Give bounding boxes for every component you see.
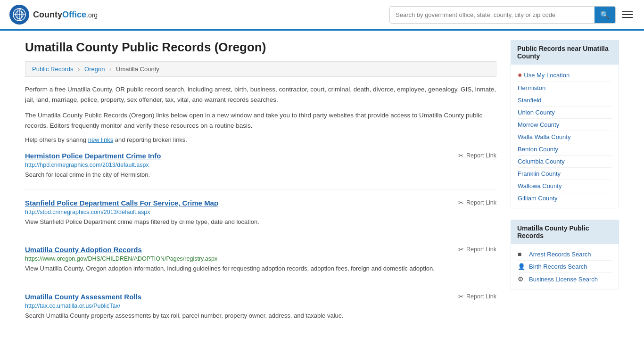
report-link-3[interactable]: ✂ Report Link xyxy=(458,293,496,300)
search-input[interactable] xyxy=(390,8,594,22)
search-button[interactable]: 🔍 xyxy=(594,7,615,23)
business-icon: ⚙ xyxy=(518,275,525,283)
sidebar-nearby-list: ● Use My Location Hermiston Stanfield Un… xyxy=(511,65,619,208)
sidebar-records-title: Umatilla County Public Records xyxy=(511,220,619,244)
logo-name: CountyOffice.org xyxy=(33,10,98,20)
breadcrumb-sep-1: › xyxy=(78,66,80,73)
sidebar-item-stanfield[interactable]: Stanfield xyxy=(518,94,612,107)
sidebar: Public Records near Umatilla County ● Us… xyxy=(511,40,619,339)
search-bar: 🔍 xyxy=(389,6,616,24)
record-title-0[interactable]: Hermiston Police Department Crime Info xyxy=(25,152,161,160)
business-license-link[interactable]: Business License Search xyxy=(529,276,598,283)
sidebar-item-union-county[interactable]: Union County xyxy=(518,107,612,119)
help-text: Help others by sharing new links and rep… xyxy=(25,136,496,143)
report-icon-1: ✂ xyxy=(458,199,464,206)
report-link-2[interactable]: ✂ Report Link xyxy=(458,246,496,253)
logo-icon xyxy=(9,5,29,25)
birth-icon: 👤 xyxy=(518,263,525,270)
breadcrumb-oregon[interactable]: Oregon xyxy=(84,66,105,73)
sidebar-records-list: ■ Arrest Records Search 👤 Birth Records … xyxy=(511,244,619,289)
report-icon-3: ✂ xyxy=(458,293,464,300)
breadcrumb-current: Umatilla County xyxy=(116,66,159,73)
report-icon-2: ✂ xyxy=(458,246,464,253)
description-1: Perform a free Umatilla County, OR publi… xyxy=(25,84,496,105)
sidebar-item-gilliam-county[interactable]: Gilliam County xyxy=(518,192,612,204)
record-item-2: Umatilla County Adoption Records ✂ Repor… xyxy=(25,246,496,283)
report-icon-0: ✂ xyxy=(458,152,464,159)
sidebar-record-2: ⚙ Business License Search xyxy=(518,273,612,285)
use-my-location-link[interactable]: ● Use My Location xyxy=(518,68,612,82)
record-url-1[interactable]: http://stpd.crimegraphics.com/2013/defau… xyxy=(25,209,496,215)
breadcrumb: Public Records › Oregon › Umatilla Count… xyxy=(25,61,496,77)
record-url-2[interactable]: https://www.oregon.gov/DHS/CHILDREN/ADOP… xyxy=(25,255,496,262)
sidebar-item-franklin-county[interactable]: Franklin County xyxy=(518,168,612,180)
sidebar-item-columbia-county[interactable]: Columbia County xyxy=(518,156,612,168)
breadcrumb-sep-2: › xyxy=(109,66,111,73)
record-title-2[interactable]: Umatilla County Adoption Records xyxy=(25,246,142,254)
header-right: 🔍 xyxy=(389,6,635,24)
content-area: Umatilla County Public Records (Oregon) … xyxy=(25,40,496,339)
sidebar-item-morrow-county[interactable]: Morrow County xyxy=(518,119,612,131)
page-title: Umatilla County Public Records (Oregon) xyxy=(25,40,496,55)
record-item-0: Hermiston Police Department Crime Info ✂… xyxy=(25,152,496,189)
sidebar-nearby-title: Public Records near Umatilla County xyxy=(511,40,619,65)
report-link-1[interactable]: ✂ Report Link xyxy=(458,199,496,206)
record-item-3: Umatilla County Assessment Rolls ✂ Repor… xyxy=(25,293,496,330)
logo[interactable]: CountyOffice.org xyxy=(9,5,98,25)
record-desc-3: Search Umatilla County property assessme… xyxy=(25,311,496,321)
breadcrumb-public-records[interactable]: Public Records xyxy=(32,66,73,73)
sidebar-nearby-section: Public Records near Umatilla County ● Us… xyxy=(511,40,619,208)
sidebar-record-0: ■ Arrest Records Search xyxy=(518,248,612,261)
arrest-records-link[interactable]: Arrest Records Search xyxy=(529,251,591,258)
record-item-1: Stanfield Police Department Calls For Se… xyxy=(25,199,496,237)
record-desc-2: View Umatilla County, Oregon adoption in… xyxy=(25,264,496,273)
description-2: The Umatilla County Public Records (Oreg… xyxy=(25,110,496,131)
birth-records-link[interactable]: Birth Records Search xyxy=(529,263,587,270)
sidebar-records-section: Umatilla County Public Records ■ Arrest … xyxy=(511,220,619,289)
menu-button[interactable] xyxy=(620,9,635,20)
sidebar-record-1: 👤 Birth Records Search xyxy=(518,261,612,273)
new-links-link[interactable]: new links xyxy=(88,136,113,143)
sidebar-item-wallowa-county[interactable]: Wallowa County xyxy=(518,180,612,192)
sidebar-item-hermiston[interactable]: Hermiston xyxy=(518,82,612,94)
record-title-3[interactable]: Umatilla County Assessment Rolls xyxy=(25,293,141,301)
record-desc-0: Search for local crime in the city of He… xyxy=(25,170,496,180)
record-title-1[interactable]: Stanfield Police Department Calls For Se… xyxy=(25,199,218,207)
report-link-0[interactable]: ✂ Report Link xyxy=(458,152,496,159)
record-desc-1: View Stanfield Police Department crime m… xyxy=(25,217,496,227)
record-url-3[interactable]: http://tax.co.umatilla.or.us/PublicTax/ xyxy=(25,303,496,309)
arrest-icon: ■ xyxy=(518,250,525,258)
sidebar-item-walla-walla-county[interactable]: Walla Walla County xyxy=(518,131,612,143)
sidebar-item-benton-county[interactable]: Benton County xyxy=(518,143,612,156)
record-url-0[interactable]: http://hpd.crimegraphics.com/2013/defaul… xyxy=(25,162,496,168)
location-icon: ● xyxy=(518,71,522,79)
